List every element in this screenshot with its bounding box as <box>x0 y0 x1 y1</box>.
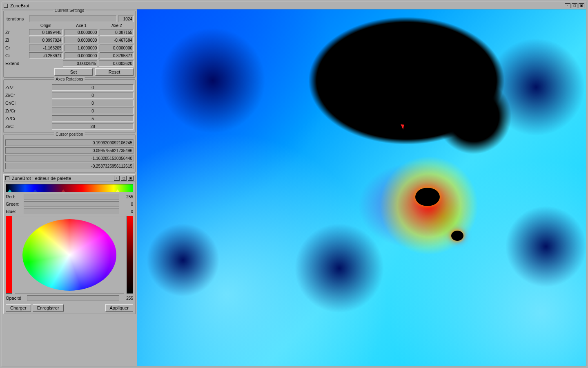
iterations-label: Iterations <box>5 16 27 21</box>
red-value: 255 <box>121 195 133 199</box>
origin-field[interactable]: 0.1999445 <box>29 29 63 36</box>
system-menu-icon[interactable] <box>5 176 9 180</box>
rotation-label: Zr/Cr <box>5 108 50 113</box>
row-label: Zi <box>5 38 27 43</box>
iconify-button[interactable]: ▫ <box>114 176 120 181</box>
titlebar[interactable]: ZuneBrot ▫ ◻ ▣ <box>2 2 586 9</box>
opacity-value: 255 <box>121 296 133 301</box>
blue-label: Blue: <box>6 209 22 214</box>
save-button[interactable]: Enregistrer <box>33 304 64 312</box>
red-label: Red: <box>6 194 22 199</box>
fractal-canvas[interactable] <box>137 9 586 366</box>
gradient-marker[interactable] <box>33 189 37 192</box>
cursor-panel: Cursor position 0.19992090921062450.0995… <box>3 135 136 173</box>
gradient-marker[interactable] <box>116 189 120 192</box>
panel-title: Current Settings <box>53 9 86 13</box>
red-slider[interactable] <box>24 194 119 200</box>
iterations-value[interactable]: 1024 <box>118 16 134 22</box>
panel-title: Cursor position <box>54 132 85 137</box>
axe1-field[interactable]: 0.0000000 <box>65 29 98 36</box>
row-label: Zr <box>5 30 27 35</box>
rotation-slider[interactable]: 0 <box>52 100 134 106</box>
rotation-label: Zi/Ci <box>5 124 50 129</box>
origin-field[interactable]: 0.0997024 <box>29 37 63 43</box>
cursor-value: 0.1999209092106245 <box>5 139 134 146</box>
rotation-slider[interactable]: 28 <box>52 123 134 130</box>
cursor-value: 0.0995755921735496 <box>5 147 134 154</box>
axe2-field[interactable]: 0.8795877 <box>100 52 134 59</box>
rotation-row: Zr/Cr0 <box>5 108 134 114</box>
color-area <box>6 216 133 294</box>
iterations-slider[interactable] <box>29 16 116 22</box>
palette-titlebar[interactable]: ZuneBrot : editeur de palette ▫ ◻ ▣ <box>4 175 135 182</box>
apply-button[interactable]: Appliquer <box>105 304 133 312</box>
gradient-marker[interactable] <box>61 189 65 192</box>
window-title: ZuneBrot <box>10 3 29 8</box>
rotation-label: Cr/Ci <box>5 101 50 105</box>
rotation-label: Zr/Ci <box>5 116 50 121</box>
load-button[interactable]: Charger <box>6 304 31 312</box>
rotation-row: Cr/Ci0 <box>5 100 134 106</box>
rotation-slider[interactable]: 0 <box>52 92 134 99</box>
iconify-button[interactable]: ▫ <box>565 3 570 8</box>
col-axe1: Axe 1 <box>65 23 98 28</box>
settings-row: Ci-0.2539710.00000000.8795877 <box>5 52 134 59</box>
col-axe2: Axe 2 <box>100 23 134 28</box>
main-window: ZuneBrot ▫ ◻ ▣ Current Settings Iteratio… <box>2 2 586 366</box>
axe1-field[interactable]: 1.0000000 <box>65 45 98 51</box>
set-button[interactable]: Set <box>54 68 93 76</box>
rotation-slider[interactable]: 0 <box>52 108 134 114</box>
settings-row: Zr0.19994450.0000000-0.087155 <box>5 29 134 36</box>
blue-value: 0 <box>121 209 133 214</box>
settings-row: Extend0.00028450.0003620 <box>5 60 134 67</box>
depth-button[interactable]: ▣ <box>579 3 584 8</box>
axe2-field[interactable]: 0.0000000 <box>100 45 134 51</box>
axe2-field[interactable]: 0.0003620 <box>99 60 134 67</box>
color-wheel[interactable] <box>22 219 116 291</box>
settings-row: Zi0.09970240.0000000-0.467684 <box>5 37 134 43</box>
col-origin: Origin <box>29 23 63 28</box>
rotation-slider[interactable]: 5 <box>52 115 134 122</box>
cursor-value: -1.1632051530056440 <box>5 155 134 162</box>
opacity-label: Opacité <box>6 296 25 301</box>
rotation-row: Zi/Ci28 <box>5 123 134 130</box>
origin-field[interactable]: -0.253971 <box>29 52 63 59</box>
palette-window-title: ZuneBrot : editeur de palette <box>12 176 71 181</box>
system-menu-icon[interactable] <box>4 4 8 8</box>
settings-row: Cr-1.1632051.00000000.0000000 <box>5 45 134 51</box>
rotation-slider[interactable]: 0 <box>52 84 134 91</box>
row-label: Extend <box>5 61 27 66</box>
reset-button[interactable]: Reset <box>95 68 134 76</box>
green-label: Green: <box>6 202 22 206</box>
palette-window: ZuneBrot : editeur de palette ▫ ◻ ▣ Red:… <box>3 174 136 314</box>
axe1-field[interactable]: 0.0002845 <box>63 60 98 67</box>
sidebar: Current Settings Iterations 1024 Origin … <box>2 9 137 366</box>
rotation-label: Zr/Zi <box>5 85 50 90</box>
green-slider[interactable] <box>24 201 119 207</box>
axe2-field[interactable]: -0.087155 <box>100 29 134 36</box>
depth-button[interactable]: ▣ <box>128 176 134 181</box>
rotation-row: Zr/Ci5 <box>5 115 134 122</box>
opacity-slider[interactable] <box>27 295 119 301</box>
value-strip-right[interactable] <box>127 216 133 294</box>
axe2-field[interactable]: -0.467684 <box>100 37 134 43</box>
rotations-panel: Axes Rotations Zr/Zi0Zi/Cr0Cr/Ci0Zr/Cr0Z… <box>3 79 136 133</box>
gradient-marker[interactable] <box>8 189 12 192</box>
rotation-label: Zi/Cr <box>5 93 50 98</box>
settings-panel: Current Settings Iterations 1024 Origin … <box>3 11 136 78</box>
panel-title: Axes Rotations <box>54 77 85 81</box>
rotation-row: Zi/Cr0 <box>5 92 134 99</box>
rotation-row: Zr/Zi0 <box>5 84 134 91</box>
origin-field[interactable]: -1.163205 <box>29 45 63 51</box>
row-label: Cr <box>5 45 27 50</box>
axe1-field[interactable]: 0.0000000 <box>65 37 98 43</box>
green-value: 0 <box>121 202 133 206</box>
zoom-button[interactable]: ◻ <box>121 176 127 181</box>
color-wheel-container <box>15 216 124 294</box>
blue-slider[interactable] <box>24 209 119 214</box>
zoom-button[interactable]: ◻ <box>572 3 577 8</box>
cursor-value: -0.2537325956112615 <box>5 163 134 169</box>
axe1-field[interactable]: 0.0000000 <box>65 52 98 59</box>
hue-strip-left[interactable] <box>6 216 12 294</box>
gradient-bar[interactable] <box>6 184 133 192</box>
